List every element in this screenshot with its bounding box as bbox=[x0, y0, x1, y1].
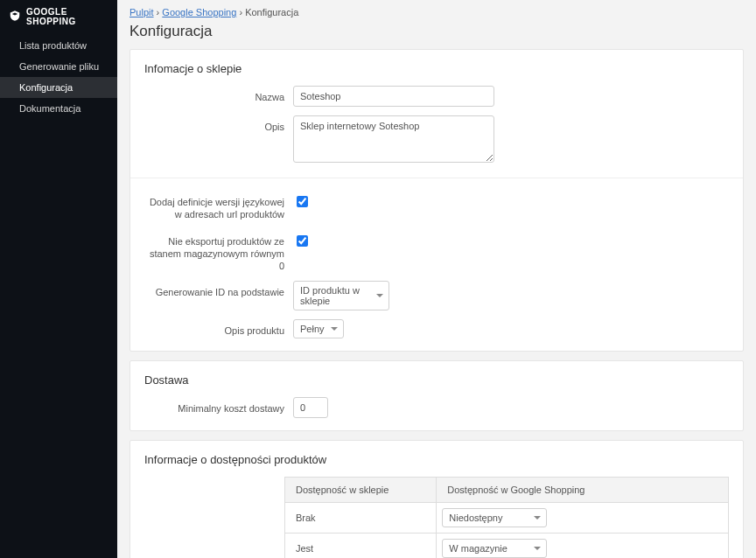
page-title: Konfiguracja bbox=[130, 23, 744, 40]
avail-row-1-label: Jest bbox=[285, 534, 437, 558]
sidebar: GOOGLE SHOPPING Lista produktów Generowa… bbox=[0, 0, 117, 558]
desc-textarea[interactable]: Sklep internetowy Soteshop bbox=[293, 115, 494, 163]
idgen-select-value: ID produktu w sklepie bbox=[300, 285, 371, 306]
panel-delivery: Dostawa Minimalny koszt dostawy bbox=[130, 360, 744, 431]
nav: Lista produktów Generowanie pliku Konfig… bbox=[0, 35, 117, 119]
min-label: Minimalny koszt dostawy bbox=[144, 397, 284, 415]
chevron-down-icon bbox=[331, 327, 338, 331]
nav-item-dokumentacja[interactable]: Dokumentacja bbox=[0, 98, 117, 119]
chevron-down-icon bbox=[534, 516, 541, 520]
panel-delivery-title: Dostawa bbox=[144, 373, 729, 387]
pdesc-select[interactable]: Pełny bbox=[293, 319, 344, 338]
pdesc-select-value: Pełny bbox=[300, 324, 325, 334]
availability-table: Dostępność w sklepie Dostępność w Google… bbox=[284, 477, 729, 558]
nav-item-konfiguracja[interactable]: Konfiguracja bbox=[0, 77, 117, 98]
avail-row-1-value: W magazynie bbox=[449, 543, 508, 554]
pdesc-label: Opis produktu bbox=[144, 319, 284, 337]
stock-checkbox[interactable] bbox=[297, 235, 308, 247]
brand-icon bbox=[9, 10, 21, 24]
idgen-select[interactable]: ID produktu w sklepie bbox=[293, 281, 389, 310]
nav-item-generowanie-pliku[interactable]: Generowanie pliku bbox=[0, 56, 117, 77]
crumb-pulpit[interactable]: Pulpit bbox=[130, 7, 154, 17]
panel-availability-title: Informacje o dostępności produktów bbox=[144, 453, 729, 466]
lang-checkbox[interactable] bbox=[297, 196, 308, 207]
avail-row-1-select[interactable]: W magazynie bbox=[442, 539, 547, 558]
brand: GOOGLE SHOPPING bbox=[0, 0, 117, 35]
panel-store-info-title: Infomacje o sklepie bbox=[144, 62, 729, 75]
crumb-current: Konfiguracja bbox=[245, 7, 298, 17]
idgen-label: Generowanie ID na podstawie bbox=[144, 281, 284, 298]
crumb-google-shopping[interactable]: Google Shopping bbox=[162, 7, 236, 17]
name-label: Nazwa bbox=[144, 86, 284, 103]
stock-label: Nie eksportuj produktów ze stanem magazy… bbox=[144, 230, 284, 273]
avail-row-0-label: Brak bbox=[285, 503, 437, 534]
name-input[interactable] bbox=[293, 86, 494, 107]
chevron-down-icon bbox=[534, 547, 541, 550]
avail-row-0-select[interactable]: Niedostępny bbox=[442, 508, 547, 527]
breadcrumb: Pulpit › Google Shopping › Konfiguracja bbox=[130, 7, 744, 17]
min-input[interactable] bbox=[293, 397, 328, 418]
brand-label: GOOGLE SHOPPING bbox=[26, 7, 108, 26]
panel-availability: Informacje o dostępności produktów Dostę… bbox=[130, 440, 744, 558]
avail-row-0-value: Niedostępny bbox=[449, 513, 502, 523]
panel-store-info: Infomacje o sklepie Nazwa Opis Sklep int… bbox=[130, 49, 744, 352]
chevron-down-icon bbox=[376, 294, 383, 297]
table-row: Brak Niedostępny bbox=[285, 503, 729, 534]
lang-label: Dodaj definicje wersji językowej w adres… bbox=[144, 191, 284, 221]
desc-label: Opis bbox=[144, 115, 284, 133]
col-store: Dostępność w sklepie bbox=[285, 478, 437, 503]
table-row: Jest W magazynie bbox=[285, 534, 729, 558]
col-google: Dostępność w Google Shopping bbox=[437, 478, 729, 503]
divider bbox=[130, 178, 743, 178]
nav-item-lista-produktow[interactable]: Lista produktów bbox=[0, 35, 117, 56]
main: Pulpit › Google Shopping › Konfiguracja … bbox=[117, 0, 756, 558]
